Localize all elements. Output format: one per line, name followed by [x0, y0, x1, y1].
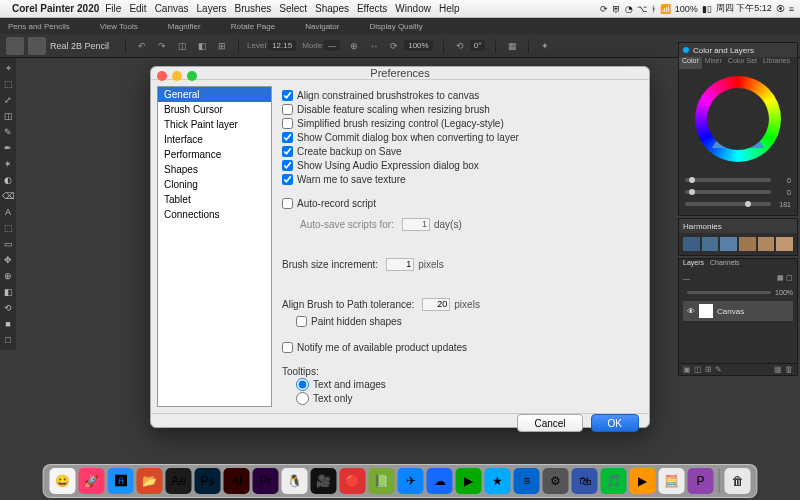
tool-icon[interactable]: ▭	[1, 237, 15, 251]
dock-app[interactable]: 📂	[137, 468, 163, 494]
color-tab[interactable]: Mixer	[702, 57, 725, 69]
brush-variant-icon[interactable]	[28, 37, 46, 55]
dock-app[interactable]: Pr	[253, 468, 279, 494]
dock-app[interactable]: 🚀	[79, 468, 105, 494]
dock-app[interactable]: 🎥	[311, 468, 337, 494]
aligntol-input[interactable]	[422, 298, 450, 311]
brush-preview-icon[interactable]	[6, 37, 24, 55]
color-slider[interactable]	[685, 202, 771, 206]
menu-help[interactable]: Help	[439, 3, 460, 14]
tool-icon[interactable]: ✎	[1, 125, 15, 139]
category-item[interactable]: Performance	[158, 147, 271, 162]
status-icon[interactable]: ⛨	[612, 4, 621, 14]
dock-app[interactable]: ▶	[630, 468, 656, 494]
close-icon[interactable]	[157, 71, 167, 81]
dock-app[interactable]: Ae	[166, 468, 192, 494]
dock-app[interactable]: 😀	[50, 468, 76, 494]
color-tab[interactable]: Color Set	[725, 57, 760, 69]
tool-icon[interactable]: ⊕	[1, 269, 15, 283]
zoom-value[interactable]: 100%	[404, 40, 432, 51]
secondary-group[interactable]: View Tools	[100, 22, 138, 31]
color-slider[interactable]	[685, 190, 771, 194]
harmony-swatch[interactable]	[776, 237, 793, 251]
tool-icon[interactable]: □	[1, 333, 15, 347]
layer-action-icon[interactable]: ◫	[694, 365, 702, 374]
dock-app[interactable]: Ps	[195, 468, 221, 494]
tool-icon[interactable]: ⟲	[1, 301, 15, 315]
bluetooth-icon[interactable]: ᚼ	[651, 4, 656, 14]
category-item[interactable]: General	[158, 87, 271, 102]
pref-checkbox[interactable]	[282, 118, 293, 129]
tool-icon[interactable]: ◫	[175, 39, 189, 53]
tool-icon[interactable]: ↔	[367, 39, 381, 53]
minimize-icon[interactable]	[172, 71, 182, 81]
menu-shapes[interactable]: Shapes	[315, 3, 349, 14]
layer-action-icon[interactable]: ✎	[715, 365, 722, 374]
menu-effects[interactable]: Effects	[357, 3, 387, 14]
harmony-swatch[interactable]	[739, 237, 756, 251]
harmony-swatch[interactable]	[683, 237, 700, 251]
pref-checkbox[interactable]	[282, 174, 293, 185]
color-tab[interactable]: Libraries	[760, 57, 793, 69]
dock-app[interactable]: ✈	[398, 468, 424, 494]
notify-checkbox[interactable]	[282, 342, 293, 353]
cancel-button[interactable]: Cancel	[517, 414, 582, 432]
color-slider[interactable]	[685, 178, 771, 182]
tool-icon[interactable]: ⌫	[1, 189, 15, 203]
opacity-slider[interactable]	[687, 291, 771, 294]
category-list[interactable]: GeneralBrush CursorThick Paint layerInte…	[157, 86, 272, 407]
secondary-group[interactable]: Navigator	[305, 22, 339, 31]
tool-icon[interactable]: ◫	[1, 109, 15, 123]
visibility-icon[interactable]: 👁	[687, 307, 695, 316]
harmonies-header[interactable]: Harmonies	[679, 219, 797, 233]
painthidden-checkbox[interactable]	[296, 316, 307, 327]
layer-action-icon[interactable]: ▣	[683, 365, 691, 374]
menu-brushes[interactable]: Brushes	[235, 3, 272, 14]
pref-checkbox[interactable]	[282, 146, 293, 157]
tool-icon[interactable]: A	[1, 205, 15, 219]
category-item[interactable]: Shapes	[158, 162, 271, 177]
rotate-icon[interactable]: ⟲	[453, 39, 467, 53]
dock-app[interactable]: 🐧	[282, 468, 308, 494]
secondary-group[interactable]: Display Quality	[369, 22, 422, 31]
tooltip-radio-textonly[interactable]	[296, 392, 309, 405]
dock-app[interactable]: P	[688, 468, 714, 494]
tool-icon[interactable]: ⤢	[1, 93, 15, 107]
pref-checkbox[interactable]	[282, 104, 293, 115]
tool-icon[interactable]: ✒	[1, 141, 15, 155]
tool-icon[interactable]: ■	[1, 317, 15, 331]
layer-icon[interactable]: ▦	[777, 274, 784, 282]
tool-icon[interactable]: ⊞	[215, 39, 229, 53]
secondary-group[interactable]: Magnifier	[168, 22, 201, 31]
layer-action-icon[interactable]: ⊞	[705, 365, 712, 374]
angle-value[interactable]: 0°	[470, 40, 486, 51]
secondary-group[interactable]: Pens and Pencils	[8, 22, 70, 31]
brush-name[interactable]: Real 2B Pencil	[50, 41, 109, 51]
status-icon[interactable]: ⌥	[637, 4, 647, 14]
tool-icon[interactable]: ◧	[195, 39, 209, 53]
dialog-titlebar[interactable]: Preferences	[151, 67, 649, 80]
category-item[interactable]: Cloning	[158, 177, 271, 192]
tool-icon[interactable]: ✶	[1, 157, 15, 171]
dock-app[interactable]: ☁	[427, 468, 453, 494]
color-panel-header[interactable]: Color and Layers	[679, 43, 797, 57]
category-item[interactable]: Brush Cursor	[158, 102, 271, 117]
menu-select[interactable]: Select	[279, 3, 307, 14]
delete-layer-icon[interactable]: 🗑	[785, 365, 793, 374]
nav-icon[interactable]: ▦	[505, 39, 519, 53]
pref-checkbox[interactable]	[282, 160, 293, 171]
category-item[interactable]: Tablet	[158, 192, 271, 207]
status-icon[interactable]: ◔	[625, 4, 633, 14]
mode-value[interactable]: —	[324, 40, 340, 51]
dock-app[interactable]: 🅰	[108, 468, 134, 494]
category-item[interactable]: Connections	[158, 207, 271, 222]
secondary-group[interactable]: Rotate Page	[231, 22, 275, 31]
pref-checkbox[interactable]	[282, 132, 293, 143]
layers-tab[interactable]: Layers	[683, 259, 704, 271]
dock-app[interactable]: ▶	[456, 468, 482, 494]
tool-icon[interactable]: ⊕	[347, 39, 361, 53]
status-icon[interactable]: ⟳	[600, 4, 608, 14]
zoom-icon[interactable]	[187, 71, 197, 81]
color-wheel[interactable]	[679, 69, 797, 169]
tooltip-radio-textimages[interactable]	[296, 378, 309, 391]
